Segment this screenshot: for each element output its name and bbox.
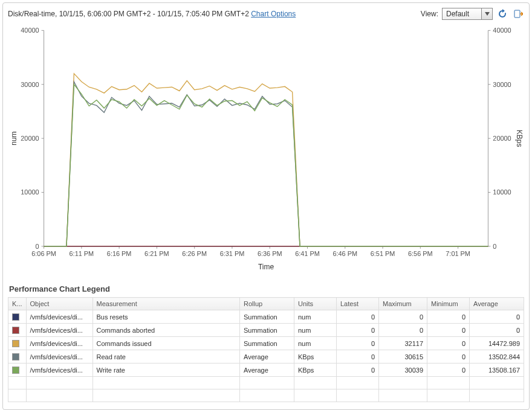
legend-swatch <box>12 327 19 334</box>
legend-title: Performance Chart Legend <box>9 284 524 293</box>
legend-col-header[interactable]: Minimum <box>427 298 470 310</box>
svg-text:10000: 10000 <box>21 188 39 196</box>
chart-options-link[interactable]: Chart Options <box>251 10 296 18</box>
table-row[interactable]: /vmfs/devices/di...Write rateAverageKBps… <box>8 364 524 377</box>
svg-text:6:26 PM: 6:26 PM <box>182 250 207 257</box>
svg-text:6:46 PM: 6:46 PM <box>332 250 357 257</box>
legend-swatch <box>12 367 19 374</box>
legend-swatch <box>12 353 19 360</box>
legend-col-header[interactable]: Maximum <box>379 298 427 310</box>
legend-col-header[interactable]: Units <box>294 298 337 310</box>
panel-title: Disk/Real-time, 10/1/15, 6:06:00 PM GMT+… <box>8 10 249 18</box>
table-row[interactable]: /vmfs/devices/di...Bus resetsSummationnu… <box>8 310 524 324</box>
legend-header-row: K...ObjectMeasurementRollupUnitsLatestMa… <box>8 298 524 310</box>
svg-text:0: 0 <box>36 243 39 250</box>
table-row[interactable]: /vmfs/devices/di...Commands abortedSumma… <box>8 324 524 337</box>
svg-text:6:36 PM: 6:36 PM <box>258 250 282 257</box>
panel-title-block: Disk/Real-time, 10/1/15, 6:06:00 PM GMT+… <box>8 10 296 18</box>
legend-col-header[interactable]: K... <box>8 298 27 310</box>
legend-col-header[interactable]: Measurement <box>92 298 239 310</box>
svg-text:7:01 PM: 7:01 PM <box>446 250 470 257</box>
legend-swatch <box>12 340 19 347</box>
svg-text:10000: 10000 <box>493 188 511 196</box>
chart-area: 0010000100002000020000300003000040000400… <box>8 24 524 277</box>
chart-panel: Disk/Real-time, 10/1/15, 6:06:00 PM GMT+… <box>2 2 530 410</box>
svg-text:30000: 30000 <box>493 81 511 88</box>
svg-text:6:16 PM: 6:16 PM <box>107 250 132 257</box>
svg-text:30000: 30000 <box>21 81 39 88</box>
svg-text:40000: 40000 <box>21 27 39 34</box>
table-row <box>8 389 524 402</box>
legend-col-header[interactable]: Object <box>26 298 92 310</box>
view-select[interactable]: Default <box>442 8 493 20</box>
svg-text:6:51 PM: 6:51 PM <box>371 250 395 257</box>
table-row[interactable]: /vmfs/devices/di...Commands issuedSummat… <box>8 337 524 350</box>
view-select-value: Default <box>443 10 481 18</box>
refresh-icon[interactable] <box>496 8 508 20</box>
svg-text:6:06 PM: 6:06 PM <box>31 250 56 257</box>
svg-text:6:11 PM: 6:11 PM <box>70 250 94 257</box>
line-chart: 0010000100002000020000300003000040000400… <box>8 24 524 277</box>
svg-text:20000: 20000 <box>493 135 511 142</box>
table-row[interactable]: /vmfs/devices/di...Read rateAverageKBps0… <box>8 350 524 364</box>
svg-text:40000: 40000 <box>493 27 511 34</box>
table-row <box>8 377 524 389</box>
legend-table: K...ObjectMeasurementRollupUnitsLatestMa… <box>8 297 524 402</box>
svg-text:KBps: KBps <box>515 130 524 147</box>
view-label: View: <box>421 10 438 18</box>
svg-text:6:41 PM: 6:41 PM <box>295 250 320 257</box>
svg-text:0: 0 <box>493 243 496 250</box>
svg-text:6:31 PM: 6:31 PM <box>220 250 245 257</box>
export-icon[interactable] <box>512 8 524 20</box>
series-write-rate <box>44 85 488 246</box>
series-read-rate <box>44 82 488 246</box>
legend-swatch <box>12 313 19 321</box>
svg-text:20000: 20000 <box>21 135 39 142</box>
svg-text:6:21 PM: 6:21 PM <box>144 250 169 257</box>
view-controls: View: Default <box>421 8 524 20</box>
panel-header: Disk/Real-time, 10/1/15, 6:06:00 PM GMT+… <box>8 8 524 20</box>
legend-col-header[interactable]: Rollup <box>240 298 294 310</box>
chevron-down-icon <box>481 8 492 19</box>
svg-text:6:56 PM: 6:56 PM <box>408 250 433 257</box>
legend-col-header[interactable]: Latest <box>337 298 379 310</box>
svg-rect-0 <box>514 10 520 18</box>
legend-col-header[interactable]: Average <box>470 298 524 310</box>
svg-text:Time: Time <box>258 263 274 271</box>
svg-text:num: num <box>10 131 18 145</box>
